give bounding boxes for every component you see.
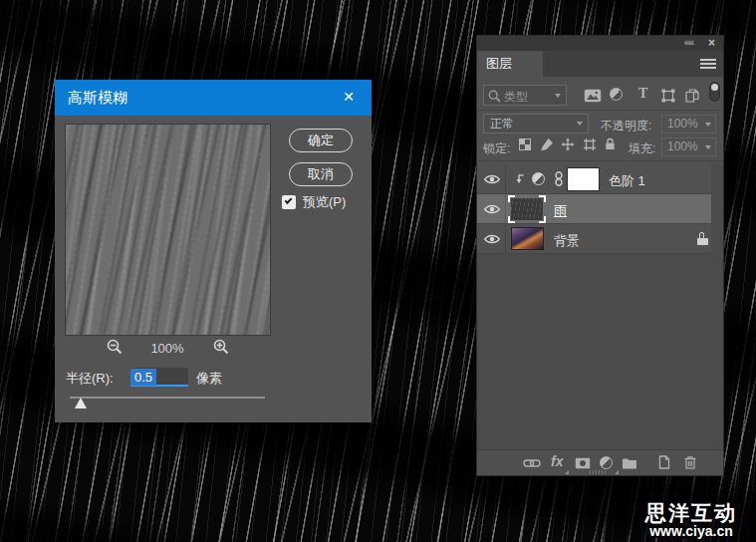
divider	[477, 110, 723, 111]
link-layers-icon[interactable]	[523, 458, 541, 468]
blur-preview-texture	[65, 124, 271, 336]
watermark: 思洋互动 www.ciya.cn	[629, 502, 754, 539]
checkmark-icon	[285, 196, 293, 204]
add-layer-mask-icon[interactable]	[575, 457, 591, 469]
eye-icon	[483, 233, 501, 245]
new-group-folder-icon[interactable]	[622, 457, 637, 469]
opacity-value[interactable]: 100%	[661, 115, 716, 134]
lock-transparency-icon[interactable]	[519, 138, 531, 150]
cancel-button[interactable]: 取消	[289, 162, 353, 186]
rain-layer-thumbnail	[511, 198, 543, 220]
opacity-label: 不透明度:	[601, 118, 651, 135]
search-icon	[488, 90, 501, 103]
chevron-down-icon	[555, 94, 561, 98]
panel-tab-bar: 图层	[477, 51, 723, 77]
blend-mode-select[interactable]: 正常	[483, 114, 589, 134]
ok-button[interactable]: 确定	[289, 129, 353, 152]
close-icon[interactable]: ×	[336, 80, 362, 116]
radius-unit-label: 像素	[196, 370, 222, 388]
eye-icon	[483, 203, 501, 215]
visibility-toggle[interactable]	[477, 194, 506, 224]
radius-input[interactable]: 0.5	[130, 368, 188, 387]
background-layer-thumbnail[interactable]	[511, 227, 544, 250]
adjustment-layer-icon	[532, 172, 545, 185]
toggle-knob	[711, 84, 718, 91]
layer-thumbnail-selected[interactable]	[508, 195, 546, 223]
preview-checkbox-row[interactable]: 预览(P)	[282, 193, 346, 211]
zoom-out-icon[interactable]	[107, 339, 123, 355]
gaussian-blur-dialog: 高斯模糊 × 确定 取消 预览(P) 100% 半径(R): 0.5 像素	[55, 80, 372, 422]
visibility-toggle[interactable]	[477, 164, 506, 194]
panel-close-icon[interactable]: ×	[708, 36, 715, 50]
filter-adjustment-layers-icon[interactable]	[610, 88, 623, 101]
filter-pixel-layers-icon[interactable]	[584, 89, 602, 103]
blur-preview[interactable]	[65, 124, 271, 336]
watermark-brand: 思洋互动	[629, 502, 754, 524]
layer-filter-type-select[interactable]: 类型	[483, 85, 567, 106]
lock-all-icon[interactable]	[604, 137, 617, 150]
delete-layer-trash-icon[interactable]	[683, 455, 697, 469]
layer-row-background[interactable]: 背景	[477, 224, 711, 254]
radius-slider[interactable]	[70, 397, 265, 410]
new-adjustment-layer-icon[interactable]	[600, 456, 613, 469]
chevron-down-icon	[705, 123, 711, 127]
divider	[477, 160, 723, 161]
filtering-toggle[interactable]	[709, 82, 720, 102]
filter-smart-object-icon[interactable]	[685, 89, 699, 103]
new-layer-icon[interactable]	[657, 455, 671, 469]
filter-shape-layers-icon[interactable]	[661, 89, 675, 103]
zoom-level: 100%	[142, 341, 192, 356]
filter-type-label: 类型	[504, 89, 528, 106]
slider-track[interactable]	[70, 397, 265, 399]
panel-group-titlebar: «« ×	[477, 36, 723, 51]
radius-value-selected: 0.5	[130, 369, 156, 386]
background-lock-icon	[697, 232, 708, 245]
layer-list: 色阶 1 雨 背景	[477, 164, 711, 254]
collapse-panel-icon[interactable]: ««	[684, 37, 693, 48]
lock-artboard-icon[interactable]	[583, 137, 597, 151]
fill-value[interactable]: 100%	[661, 137, 716, 156]
layer-name[interactable]: 色阶 1	[609, 172, 645, 190]
layer-mask-thumbnail[interactable]	[567, 167, 600, 191]
panel-resize-grip[interactable]	[590, 470, 606, 474]
chevron-down-icon	[705, 145, 711, 149]
watermark-url: www.ciya.cn	[629, 524, 754, 539]
dialog-title: 高斯模糊	[68, 89, 127, 108]
layer-style-fx-icon[interactable]: fx	[551, 453, 563, 469]
eye-icon	[483, 173, 501, 185]
preview-checkbox[interactable]	[282, 195, 296, 209]
slider-thumb[interactable]	[75, 398, 87, 408]
zoom-in-icon[interactable]	[213, 339, 229, 355]
preview-zoom-controls: 100%	[55, 339, 281, 357]
tab-layers[interactable]: 图层	[477, 51, 543, 77]
clipping-mask-arrow-icon	[514, 173, 525, 185]
lock-pixels-brush-icon[interactable]	[540, 137, 554, 151]
layer-row-levels[interactable]: 色阶 1	[477, 164, 711, 194]
lock-label: 锁定:	[483, 140, 510, 157]
photoshop-workspace: 高斯模糊 × 确定 取消 预览(P) 100% 半径(R): 0.5 像素 ««…	[0, 0, 756, 542]
filter-type-layers-icon[interactable]: T	[638, 86, 647, 102]
dialog-titlebar[interactable]: 高斯模糊 ×	[55, 80, 372, 116]
fill-label: 填充:	[629, 140, 655, 157]
radius-label: 半径(R):	[66, 370, 114, 388]
blend-mode-value: 正常	[490, 117, 514, 131]
panel-menu-icon[interactable]	[700, 59, 716, 70]
visibility-toggle[interactable]	[477, 224, 506, 254]
mask-link-icon	[555, 171, 563, 186]
chevron-down-icon	[577, 122, 583, 126]
layers-panel-body: 类型 T 正常 不透明度: 100% 锁定:	[477, 77, 723, 475]
layer-name[interactable]: 背景	[554, 232, 580, 250]
layers-panel: «« × 图层 类型 T 正常	[476, 35, 724, 476]
preview-checkbox-label: 预览(P)	[303, 193, 346, 211]
layer-row-rain-selected[interactable]: 雨	[477, 194, 711, 224]
layer-name[interactable]: 雨	[554, 202, 567, 220]
lock-position-move-icon[interactable]	[561, 137, 575, 151]
